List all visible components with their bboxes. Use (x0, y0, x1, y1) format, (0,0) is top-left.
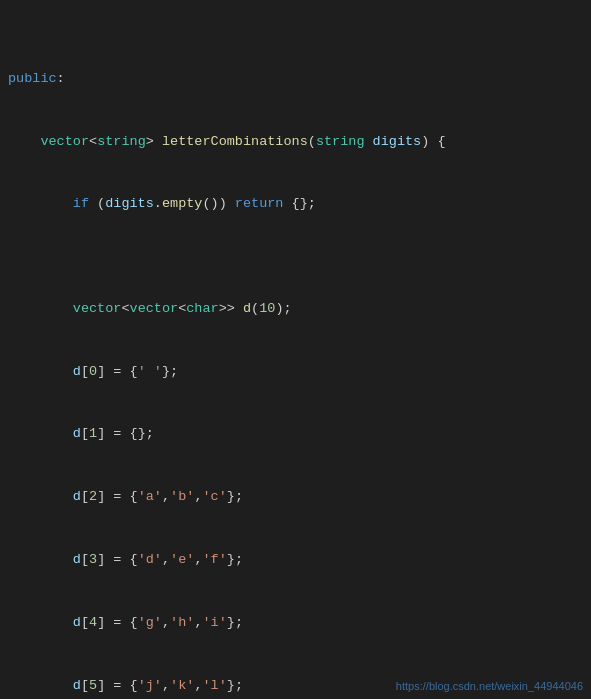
watermark: https://blog.csdn.net/weixin_44944046 (396, 678, 583, 695)
code-block: public: vector<string> letterCombination… (0, 0, 591, 699)
line-7: d[1] = {}; (0, 424, 591, 445)
line-1: public: (0, 69, 591, 90)
line-10: d[4] = {'g','h','i'}; (0, 613, 591, 634)
line-5: vector<vector<char>> d(10); (0, 299, 591, 320)
line-9: d[3] = {'d','e','f'}; (0, 550, 591, 571)
line-6: d[0] = {' '}; (0, 362, 591, 383)
line-2: vector<string> letterCombinations(string… (0, 132, 591, 153)
line-3: if (digits.empty()) return {}; (0, 194, 591, 215)
line-8: d[2] = {'a','b','c'}; (0, 487, 591, 508)
